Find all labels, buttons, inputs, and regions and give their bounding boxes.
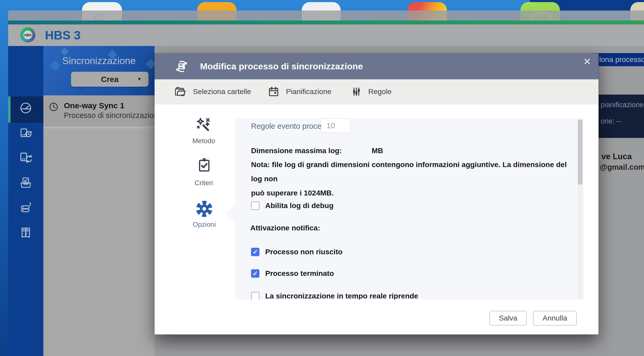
- gear-icon: [195, 199, 214, 218]
- sidebar-item-overview[interactable]: [8, 99, 43, 117]
- sync-device-icon: [19, 151, 33, 164]
- calendar-icon: [267, 85, 280, 98]
- notify-heading: Attivazione notifica:: [250, 224, 320, 232]
- job-info-line2: one: --: [601, 117, 621, 125]
- save-button[interactable]: Salva: [489, 311, 527, 326]
- notify-option-finished[interactable]: ✓ Processo terminato: [251, 269, 334, 278]
- sync-server-icon: [173, 58, 190, 75]
- hbs-logo-text: HBS: [23, 30, 32, 39]
- create-job-button[interactable]: Crea ▼: [71, 72, 149, 87]
- rail-item-metodo[interactable]: [194, 115, 213, 136]
- magic-wand-icon: [194, 115, 213, 135]
- log-size-unit: MB: [372, 143, 383, 158]
- tab-label: Regole: [368, 87, 392, 96]
- tab-label: Pianificazione: [286, 87, 331, 96]
- sidebar: [8, 46, 43, 356]
- note-line2: può superare i 1024MB.: [251, 186, 577, 200]
- sync-page-hero: Sincronizzazione Crea ▼: [43, 46, 155, 95]
- job-info-panel: pianificazione one: --: [599, 95, 644, 138]
- debug-log-label[interactable]: Abilita log di debug: [265, 202, 334, 210]
- rail-pointer-arrow: [226, 204, 235, 222]
- panel-scrollbar-thumb[interactable]: [578, 120, 582, 184]
- job-info-line1: pianificazione: [601, 101, 644, 109]
- window-accent-line: [8, 20, 644, 24]
- app-header: HBS HBS 3: [8, 24, 644, 46]
- clock-icon: [49, 102, 59, 112]
- account-name: ve Luca: [601, 152, 632, 161]
- gauge-icon: [19, 101, 33, 115]
- log-size-label: Dimensione massima log:: [251, 147, 342, 155]
- job-subtitle: Processo di sincronizzazione...: [64, 111, 168, 120]
- failed-checkbox[interactable]: ✓: [251, 248, 259, 256]
- sidebar-item-storage-spaces[interactable]: [8, 198, 43, 217]
- screen: ⚙ HBS HBS 3: [0, 0, 644, 356]
- tab-regole[interactable]: Regole: [350, 79, 392, 104]
- rail-label-metodo[interactable]: Metodo: [177, 137, 230, 145]
- sidebar-item-restore-jobs[interactable]: [8, 173, 43, 192]
- log-size-input[interactable]: [321, 118, 350, 133]
- app-title: HBS 3: [45, 24, 80, 46]
- hbs-logo-icon: HBS: [20, 27, 35, 43]
- panel-scrollbar-track[interactable]: [578, 119, 582, 299]
- tab-seleziona-cartelle[interactable]: Seleziona cartelle: [173, 79, 251, 104]
- debug-log-option[interactable]: ✓ Abilita log di debug: [251, 201, 334, 210]
- rail-label-opzioni[interactable]: Opzioni: [178, 220, 231, 229]
- finished-checkbox[interactable]: ✓: [251, 269, 259, 278]
- close-icon[interactable]: ✕: [583, 57, 591, 66]
- notify-option-failed[interactable]: ✓ Processo non riuscito: [251, 247, 343, 256]
- job-title: One-way Sync 1: [64, 101, 124, 110]
- notify-option-realtime-resume[interactable]: ✓ La sincronizzazione in tempo reale rip…: [251, 292, 418, 300]
- job-list-item[interactable]: One-way Sync 1 Processo di sincronizzazi…: [43, 95, 155, 126]
- tab-label: Seleziona cartelle: [193, 87, 251, 96]
- storage-stack-icon: [19, 200, 33, 214]
- dialog-title: Modifica processo di sincronizzazione: [200, 53, 363, 79]
- hero-square: [60, 47, 69, 55]
- log-size-row: Dimensione massima log:: [251, 143, 342, 158]
- realtime-resume-checkbox[interactable]: ✓: [251, 292, 259, 300]
- sidebar-item-services[interactable]: [8, 223, 43, 242]
- dialog-header: Modifica processo di sincronizzazione ✕: [155, 53, 599, 79]
- folders-check-icon: [173, 85, 187, 99]
- clipboard-check-icon: [195, 156, 213, 174]
- notify-heading-label: Attivazione notifica:: [250, 224, 320, 232]
- log-size-note: Nota: file log di grandi dimensioni cont…: [251, 158, 577, 200]
- cancel-button[interactable]: Annulla: [533, 311, 577, 326]
- note-line1: Nota: file log di grandi dimensioni cont…: [251, 158, 577, 186]
- check-icon: ✓: [253, 249, 258, 255]
- cabinet-icon: [19, 226, 33, 239]
- debug-log-checkbox[interactable]: ✓: [251, 202, 259, 210]
- failed-label[interactable]: Processo non riuscito: [265, 248, 343, 256]
- caret-down-icon: ▼: [137, 72, 142, 87]
- sliders-icon: [350, 86, 362, 98]
- window-chrome-band: [8, 11, 644, 20]
- rail-item-opzioni[interactable]: [195, 199, 214, 219]
- realtime-resume-label[interactable]: La sincronizzazione in tempo reale ripre…: [265, 292, 418, 300]
- job-list-empty-area: [43, 128, 155, 356]
- account-email: @gmail.com: [600, 163, 644, 172]
- sidebar-item-backup-restore[interactable]: [8, 124, 43, 143]
- rail-item-criteri[interactable]: [195, 156, 213, 175]
- dialog-tabs: Seleziona cartelle Pianificazione Regole: [155, 79, 599, 104]
- backup-device-clock-icon: [19, 126, 33, 140]
- clone-job-label: lona processo: [599, 53, 644, 66]
- edit-sync-job-dialog: Modifica processo di sincronizzazione ✕ …: [155, 53, 599, 334]
- options-panel: Regole evento processo Dimensione massim…: [235, 118, 584, 300]
- finished-label[interactable]: Processo terminato: [265, 269, 334, 278]
- job-list-divider: [43, 126, 155, 128]
- check-icon: ✓: [253, 270, 258, 277]
- page-title: Sincronizzazione: [43, 55, 155, 66]
- tab-pianificazione[interactable]: Pianificazione: [267, 79, 331, 104]
- sidebar-item-sync[interactable]: [8, 148, 43, 167]
- tray-document-check-icon: [19, 176, 33, 189]
- rail-label-criteri[interactable]: Criteri: [177, 179, 230, 187]
